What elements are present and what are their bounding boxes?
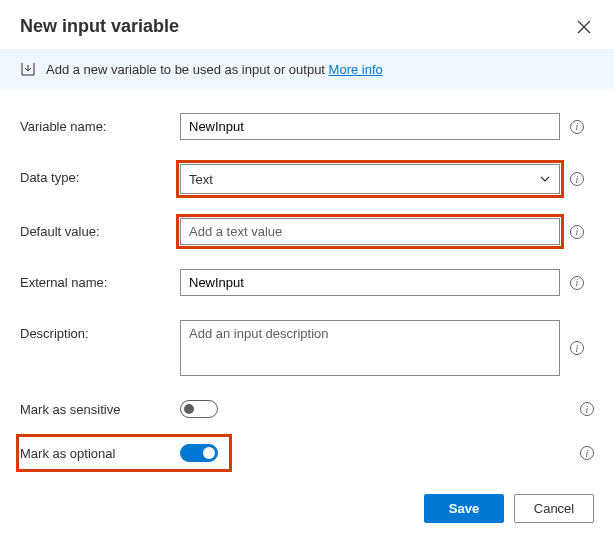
- close-button[interactable]: [574, 17, 594, 37]
- optional-highlight: Mark as optional: [20, 438, 228, 468]
- default-value-input[interactable]: [180, 218, 560, 245]
- data-type-select[interactable]: Text: [180, 164, 560, 194]
- download-icon: [20, 61, 36, 77]
- more-info-link[interactable]: More info: [329, 62, 383, 77]
- info-icon[interactable]: i: [570, 120, 584, 134]
- sensitive-label: Mark as sensitive: [20, 402, 180, 417]
- cancel-button[interactable]: Cancel: [514, 494, 594, 523]
- chevron-down-icon: [539, 173, 551, 185]
- description-label: Description:: [20, 320, 180, 341]
- variable-name-input[interactable]: [180, 113, 560, 140]
- external-name-input[interactable]: [180, 269, 560, 296]
- info-banner: Add a new variable to be used as input o…: [0, 49, 614, 89]
- info-icon[interactable]: i: [570, 276, 584, 290]
- external-name-label: External name:: [20, 269, 180, 290]
- optional-toggle[interactable]: [180, 444, 218, 462]
- sensitive-toggle[interactable]: [180, 400, 218, 418]
- data-type-value: Text: [189, 172, 213, 187]
- close-icon: [577, 20, 591, 34]
- banner-text: Add a new variable to be used as input o…: [46, 62, 325, 77]
- info-icon[interactable]: i: [580, 402, 594, 416]
- info-icon[interactable]: i: [570, 225, 584, 239]
- data-type-label: Data type:: [20, 164, 180, 185]
- default-value-label: Default value:: [20, 218, 180, 239]
- dialog-title: New input variable: [20, 16, 179, 37]
- variable-name-label: Variable name:: [20, 113, 180, 134]
- info-icon[interactable]: i: [580, 446, 594, 460]
- save-button[interactable]: Save: [424, 494, 504, 523]
- info-icon[interactable]: i: [570, 341, 584, 355]
- optional-label: Mark as optional: [20, 446, 180, 461]
- description-input[interactable]: [180, 320, 560, 376]
- info-icon[interactable]: i: [570, 172, 584, 186]
